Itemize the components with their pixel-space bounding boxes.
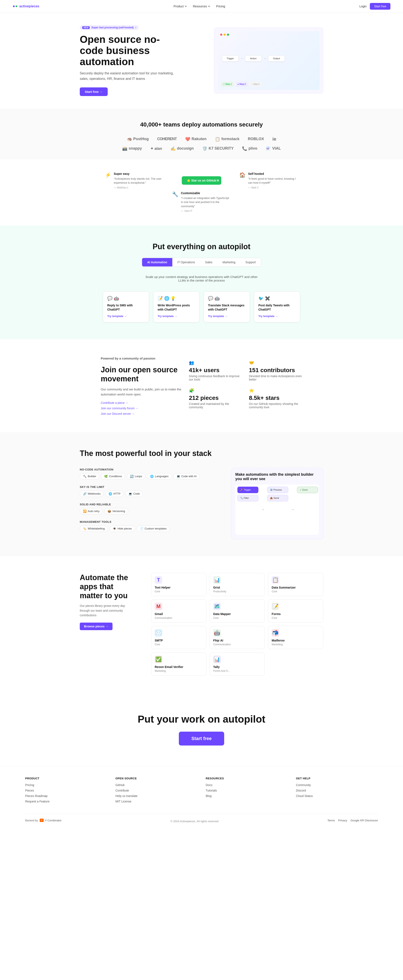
canvas-action-3: 📤 Send [267,495,288,501]
community-link-2[interactable]: Join our Discord server → [101,412,189,415]
stat-users-label: Giving continuous feedback to improve ou… [189,374,242,381]
footer-link-tutorials[interactable]: Tutorials [206,789,287,792]
stat-contributors-label: Devoted time to make Activepieces even b… [249,374,302,381]
stat-stars-label: On our GitHub repository showing the com… [249,402,302,409]
template-card-0: 💬 🤖 Reply to SMS with ChatGPT Try templa… [103,291,149,322]
nav-resources[interactable]: Resources [193,5,210,8]
community-link-0[interactable]: Contribute a piece → [101,401,189,404]
browse-pieces-button[interactable]: Browse pieces → [80,623,113,630]
tab-ai-automation[interactable]: AI Automation [142,258,172,266]
app-icon-tally: 📊 [213,655,221,663]
footer-col-product: PRODUCT Pricing Pieces Pieces Roadmap Re… [25,777,107,805]
tag-whitelabelling[interactable]: 🏷️Whitelabelling [80,525,108,532]
community-link-1[interactable]: Join our community forum → [101,407,189,410]
tag-auto-retry[interactable]: 🔁Auto retry [80,508,103,514]
footer-heading-product: PRODUCT [25,777,107,780]
app-gmail: M Gmail Communication [151,600,206,623]
tag-code[interactable]: 💻Code [125,491,143,497]
footer-link-feature[interactable]: Request a Feature [25,800,107,803]
social-proof-headline: 40,000+ teams deploy automations securel… [13,121,390,128]
logo[interactable]: activepieces [13,4,39,9]
app-icon-fliqr: 🤖 [213,629,221,637]
logo-docusign: ✍️ docusign [170,146,194,151]
nav-start-free-button[interactable]: Start free [370,3,390,10]
logo-rakuten: ❤️ Rakuten [185,136,206,142]
github-banner-close[interactable]: ✕ [216,178,219,182]
feature-tags-1: 🔗Webhooks 🌐HTTP 💻Code [80,491,218,497]
footer-link-terms[interactable]: Terms [327,819,335,822]
tag-custom-templates[interactable]: 📄Custom templates [136,525,170,532]
tag-versioning[interactable]: 📦Versioning [104,508,128,514]
tab-it-operations[interactable]: IT Operations [172,258,200,266]
hero-section: NEW Super fast processing (self-hosted) … [0,13,403,109]
template-cta-3[interactable]: Try template → [259,315,278,318]
github-banner[interactable]: ⭐ Star us on GitHub ✕ [182,176,221,185]
feature-tags-0: 🔨Builder 🌿Conditions 🔄Loops 🌐Languages 💻… [80,473,218,479]
footer-link-translate[interactable]: Help us translate [116,794,197,798]
login-button[interactable]: Login [359,5,367,8]
template-cta-2[interactable]: Try template → [208,315,227,318]
footer-link-cloudstatus[interactable]: Cloud Status [296,794,378,798]
template-icons-3: 🐦 ✖️ [259,296,296,301]
footer-link-privacy[interactable]: Privacy [338,819,347,822]
stat-pieces-label: Created and maintained by the community [189,402,242,409]
tag-builder[interactable]: 🔨Builder [80,473,99,479]
cta-start-free-button[interactable]: Start free [179,732,224,746]
app-data-summarizer: 📋 Data Summarizer Core [268,573,323,596]
footer-bottom: Backed by Y Y Combinator © 2024 Activepi… [25,814,378,823]
footer-link-docs[interactable]: Docs [206,783,287,787]
footer-link-pieces[interactable]: Pieces [25,789,107,792]
tag-conditions[interactable]: 🌿Conditions [101,473,125,479]
autopilot-description: Scale up your content strategy and busin… [138,272,265,286]
tag-languages[interactable]: 🌐Languages [147,473,171,479]
tag-hide-pieces[interactable]: 👁️Hide pieces [109,525,135,532]
svg-point-1 [16,5,17,7]
stat-users-icon: 👥 [189,360,242,365]
canvas-action-2: ⚙️ Process [267,487,288,493]
canvas-action-1: 🔍 Filter [237,495,259,501]
hero-cta-button[interactable]: Start free → [80,88,108,96]
feature-group-no-code: No-code automation 🔨Builder 🌿Conditions … [80,468,218,479]
stat-contributors-num: 151 contributors [249,367,302,374]
feature-group-label-0: No-code automation [80,468,218,471]
testimonial-1: 🔧 Customizable "I created an integration… [172,191,231,213]
powerful-content: No-code automation 🔨Builder 🌿Conditions … [80,468,323,539]
footer-link-roadmap[interactable]: Pieces Roadmap [25,794,107,798]
footer-copyright: © 2024 Activepieces. All rights reserved [170,820,219,823]
footer-link-github[interactable]: GitHub [116,783,197,787]
stat-users-num: 41k+ users [189,367,242,374]
tag-code-ai[interactable]: 💻Code with AI [173,473,200,479]
footer-link-license[interactable]: MIT License [116,800,197,803]
app-icon-data-mapper: 🗺️ [213,603,221,610]
logo-roblox: ROBLOX [248,136,264,142]
template-cta-0[interactable]: Try template → [107,315,127,318]
footer-link-contribute[interactable]: Contribute [116,789,197,792]
footer-link-discord[interactable]: Discord [296,789,378,792]
tab-sales[interactable]: Sales [200,258,217,266]
apps-grid: T Text Helper Core 📊 Grist Productivity … [151,573,323,676]
hero-content: NEW Super fast processing (self-hosted) … [80,25,181,96]
nav-pricing[interactable]: Pricing [216,5,225,8]
tab-marketing[interactable]: Marketing [217,258,240,266]
mock-output-node: Output [268,55,285,62]
app-icon-mailleroo: 📬 [271,629,279,637]
feature-tags-3: 🏷️Whitelabelling 👁️Hide pieces 📄Custom t… [80,525,218,532]
logo-alan: ✦ alan [150,146,162,151]
template-cta-1[interactable]: Try template → [158,315,177,318]
cta-headline: Put your work on autopilot [13,713,390,725]
footer-link-pricing[interactable]: Pricing [25,783,107,787]
footer-link-blog[interactable]: Blog [206,794,287,798]
tag-loops[interactable]: 🔄Loops [127,473,145,479]
template-icons-0: 💬 🤖 [107,296,144,301]
app-forms: 📝 Forms Core [268,600,323,623]
nav-product[interactable]: Product [174,5,187,8]
tag-webhooks[interactable]: 🔗Webhooks [80,491,104,497]
logo-snappy: 📸 snappy [122,146,142,151]
community-headline: Join our open source movement [101,365,189,383]
tab-support[interactable]: Support [241,258,261,266]
template-title-3: Post daily Tweets with ChatGPT [259,304,296,312]
stat-stars: ⭐ 8.5k+ stars On our GitHub repository s… [249,388,302,409]
footer-link-community[interactable]: Community [296,783,378,787]
tag-http[interactable]: 🌐HTTP [105,491,124,497]
footer-link-google-api[interactable]: Google API Disclosure [351,819,378,822]
